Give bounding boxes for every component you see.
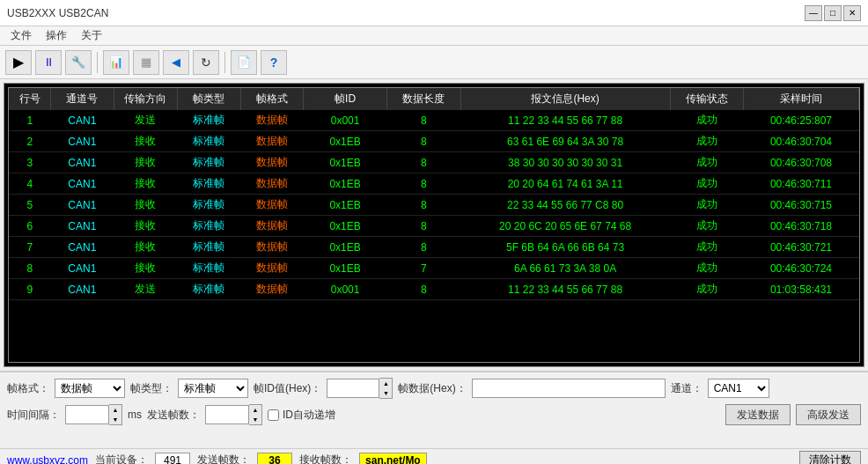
header-fid: 帧ID: [303, 88, 386, 110]
table-row[interactable]: 5CAN1接收标准帧数据帧0x1EB822 33 44 55 66 77 C8 …: [9, 195, 859, 216]
grid-button[interactable]: ▦: [133, 50, 159, 75]
frame-id-label: 帧ID值(Hex)：: [254, 381, 321, 396]
header-time: 采样时间: [743, 88, 858, 110]
clear-count-button[interactable]: 清除计数: [799, 451, 861, 465]
advanced-send-button[interactable]: 高级发送: [796, 404, 861, 425]
data-table: 行号 通道号 传输方向 帧类型 帧格式 帧ID 数据长度 报文信息(Hex) 传…: [9, 88, 859, 300]
settings-button[interactable]: 🔧: [65, 50, 92, 75]
table-row[interactable]: 3CAN1接收标准帧数据帧0x1EB838 30 30 30 30 30 30 …: [9, 152, 859, 173]
bottom-panel: 帧格式： 数据帧 远程帧 帧类型： 标准帧 扩展帧 帧ID值(Hex)： 1 ▲…: [0, 371, 868, 448]
frame-id-spinner: 1 ▲ ▼: [327, 378, 393, 399]
time-interval-spinbtns: ▲ ▼: [109, 404, 122, 425]
refresh-button[interactable]: ↻: [193, 50, 219, 75]
toolbar: ▶ ⏸ 🔧 📊 ▦ ◀ ↻ 📄 ?: [0, 46, 868, 79]
table-row[interactable]: 9CAN1发送标准帧数据帧0x001811 22 33 44 55 66 77 …: [9, 279, 859, 300]
send-data-button[interactable]: 发送数据: [725, 404, 791, 425]
send-button[interactable]: ◀: [163, 50, 189, 75]
minimize-button[interactable]: —: [805, 5, 822, 21]
table-row[interactable]: 6CAN1接收标准帧数据帧0x1EB820 20 6C 20 65 6E 67 …: [9, 216, 859, 237]
header-dir: 传输方向: [114, 88, 178, 110]
menu-file[interactable]: 文件: [4, 26, 39, 45]
frame-data-input[interactable]: 11 22 33 44 55 66 77 88: [472, 379, 666, 398]
play-button[interactable]: ▶: [5, 50, 32, 75]
file-button[interactable]: 📄: [231, 50, 257, 75]
ms-unit: ms: [128, 409, 142, 421]
time-interval-label: 时间间隔：: [7, 408, 60, 423]
title-bar: USB2XXX USB2CAN — □ ✕: [0, 0, 868, 26]
send-count-up[interactable]: ▲: [249, 405, 261, 415]
table-row[interactable]: 7CAN1接收标准帧数据帧0x1EB85F 6B 64 6A 66 6B 64 …: [9, 237, 859, 258]
table-row[interactable]: 4CAN1接收标准帧数据帧0x1EB820 20 64 61 74 61 3A …: [9, 173, 859, 195]
header-ftype: 帧类型: [178, 88, 240, 110]
receive-count-value: san.net/Mo: [359, 453, 427, 465]
time-interval-spinner: 0 ▲ ▼: [65, 404, 122, 425]
menu-bar: 文件 操作 关于: [0, 26, 868, 46]
header-channel: 通道号: [51, 88, 114, 110]
time-interval-up[interactable]: ▲: [109, 405, 121, 415]
title-controls: — □ ✕: [805, 5, 861, 21]
time-interval-down[interactable]: ▼: [109, 415, 121, 424]
auto-increment-text: ID自动递增: [283, 408, 335, 423]
toolbar-separator-1: [97, 52, 98, 73]
header-dlen: 数据长度: [387, 88, 460, 110]
window-title: USB2XXX USB2CAN: [7, 7, 108, 19]
control-row-1: 帧格式： 数据帧 远程帧 帧类型： 标准帧 扩展帧 帧ID值(Hex)： 1 ▲…: [7, 378, 861, 399]
table-row[interactable]: 2CAN1接收标准帧数据帧0x1EB863 61 6E 69 64 3A 30 …: [9, 131, 859, 152]
send-count-label: 发送帧数：: [147, 408, 200, 423]
send-count-value: 36: [257, 453, 292, 465]
device-value: 491: [155, 453, 190, 465]
receive-count-label: 接收帧数：: [299, 453, 352, 464]
send-count-down[interactable]: ▼: [249, 415, 261, 424]
frame-id-spinbtns: ▲ ▼: [379, 378, 393, 399]
pause-button[interactable]: ⏸: [35, 50, 62, 75]
channel-select[interactable]: CAN1 CAN2: [708, 379, 769, 398]
table-row[interactable]: 1CAN1发送标准帧数据帧0x001811 22 33 44 55 66 77 …: [9, 110, 859, 131]
time-interval-input[interactable]: 0: [65, 405, 109, 424]
send-count-input[interactable]: 1: [205, 405, 249, 424]
help-button[interactable]: ?: [261, 50, 287, 75]
status-bar: www.usbxyz.com 当前设备： 491 发送帧数： 36 接收帧数： …: [0, 448, 868, 464]
auto-increment-label[interactable]: ID自动递增: [268, 408, 335, 423]
website-link[interactable]: www.usbxyz.com: [7, 454, 88, 465]
frame-type-select[interactable]: 标准帧 扩展帧: [178, 379, 248, 398]
send-count-spinbtns: ▲ ▼: [249, 404, 262, 425]
device-label: 当前设备：: [95, 453, 148, 464]
frame-id-up[interactable]: ▲: [379, 379, 392, 388]
send-count-status-label: 发送帧数：: [197, 453, 250, 464]
send-count-spinner: 1 ▲ ▼: [205, 404, 262, 425]
table-header-row: 行号 通道号 传输方向 帧类型 帧格式 帧ID 数据长度 报文信息(Hex) 传…: [9, 88, 859, 110]
data-table-container: 行号 通道号 传输方向 帧类型 帧格式 帧ID 数据长度 报文信息(Hex) 传…: [8, 87, 860, 363]
frame-format-label: 帧格式：: [7, 381, 49, 396]
frame-data-label: 帧数据(Hex)：: [398, 381, 466, 396]
channel-label: 通道：: [671, 381, 702, 396]
header-row: 行号: [9, 88, 51, 110]
toolbar-separator-2: [224, 52, 225, 73]
maximize-button[interactable]: □: [824, 5, 842, 21]
menu-about[interactable]: 关于: [74, 26, 109, 45]
frame-id-input[interactable]: 1: [327, 379, 379, 398]
header-msg: 报文信息(Hex): [460, 88, 670, 110]
close-button[interactable]: ✕: [843, 5, 861, 21]
menu-operation[interactable]: 操作: [39, 26, 74, 45]
auto-increment-checkbox[interactable]: [268, 409, 279, 421]
frame-id-down[interactable]: ▼: [379, 388, 392, 398]
control-row-2: 时间间隔： 0 ▲ ▼ ms 发送帧数： 1 ▲ ▼ ID自动递增 发送数据 高…: [7, 404, 861, 425]
header-status: 传输状态: [670, 88, 743, 110]
header-fformat: 帧格式: [240, 88, 303, 110]
chart-button[interactable]: 📊: [103, 50, 129, 75]
table-row[interactable]: 8CAN1接收标准帧数据帧0x1EB76A 66 61 73 3A 38 0A成…: [9, 258, 859, 279]
frame-type-label: 帧类型：: [130, 381, 173, 396]
frame-format-select[interactable]: 数据帧 远程帧: [55, 379, 125, 398]
